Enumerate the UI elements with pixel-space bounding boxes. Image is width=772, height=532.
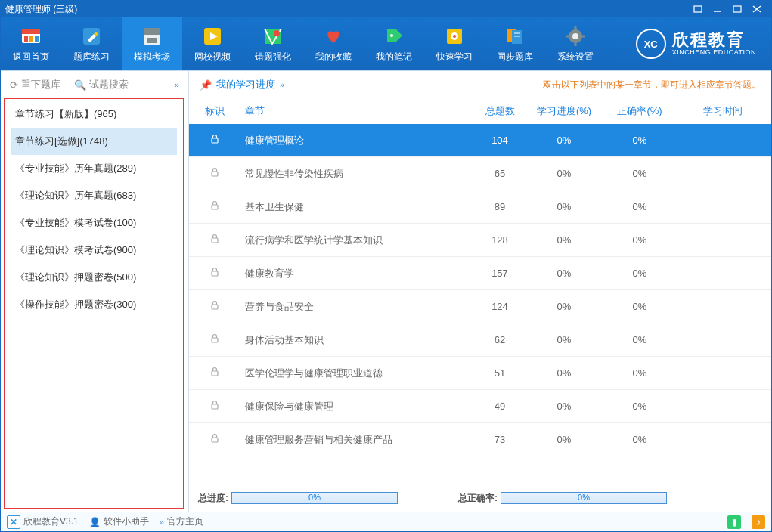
table-row[interactable]: 营养与食品安全1240%0% bbox=[189, 290, 771, 323]
maximize-icon[interactable] bbox=[727, 2, 747, 16]
chapter-name: 健康管理服务营销与相关健康产品 bbox=[237, 433, 473, 447]
left-tools: ⟳ 重下题库 🔍 试题搜索 » bbox=[1, 71, 188, 98]
chevron-right-icon: » bbox=[160, 518, 164, 527]
sidebar-item[interactable]: 《专业技能》模考试卷(100) bbox=[11, 209, 177, 237]
table-row[interactable]: 流行病学和医学统计学基本知识1280%0% bbox=[189, 224, 771, 257]
total-count: 73 bbox=[473, 434, 526, 445]
pencil-icon bbox=[80, 24, 103, 47]
gear-icon bbox=[564, 24, 587, 47]
window-title: 健康管理师 (三级) bbox=[5, 3, 77, 16]
sound-icon[interactable]: ♪ bbox=[752, 515, 765, 529]
col-total: 总题数 bbox=[473, 104, 526, 118]
svg-rect-34 bbox=[212, 205, 218, 209]
svg-rect-2 bbox=[733, 6, 741, 12]
lock-icon bbox=[209, 135, 220, 147]
total-accuracy-label: 总正确率: bbox=[458, 492, 498, 505]
category-sidebar: 章节练习【新版】(965)章节练习[选做](1748)《专业技能》历年真题(28… bbox=[4, 98, 184, 509]
minimize-icon[interactable] bbox=[708, 2, 727, 16]
sidebar-item[interactable]: 《操作技能》押题密卷(300) bbox=[11, 291, 177, 318]
sidebar-item[interactable]: 《理论知识》押题密卷(500) bbox=[11, 264, 177, 291]
nav-mock-exam[interactable]: 模拟考场 bbox=[122, 17, 182, 70]
accuracy-pct: 0% bbox=[602, 168, 677, 179]
progress-pct: 0% bbox=[526, 135, 602, 146]
table-row[interactable]: 基本卫生保健890%0% bbox=[189, 190, 771, 224]
accuracy-pct: 0% bbox=[602, 201, 677, 212]
logo-badge-icon: XC bbox=[636, 29, 666, 59]
accuracy-pct: 0% bbox=[602, 367, 677, 379]
chevron-right-icon: » bbox=[280, 80, 284, 89]
chapter-name: 健康管理概论 bbox=[237, 134, 473, 147]
progress-pct: 0% bbox=[526, 401, 602, 412]
lock-icon bbox=[209, 401, 220, 413]
sidebar-item[interactable]: 《理论知识》历年真题(683) bbox=[11, 182, 177, 209]
col-time: 学习时间 bbox=[677, 104, 768, 118]
table-row[interactable]: 身体活动基本知识620%0% bbox=[189, 323, 771, 357]
col-progress: 学习进度(%) bbox=[526, 104, 602, 118]
accuracy-pct: 0% bbox=[602, 401, 677, 412]
svg-rect-8 bbox=[29, 36, 33, 42]
heart-icon bbox=[322, 24, 345, 47]
progress-pct: 0% bbox=[526, 301, 602, 312]
chapter-name: 常见慢性非传染性疾病 bbox=[237, 167, 473, 181]
nav-home[interactable]: 返回首页 bbox=[1, 17, 61, 70]
search-button[interactable]: 🔍 试题搜索 bbox=[74, 78, 129, 91]
col-accuracy: 正确率(%) bbox=[602, 104, 677, 118]
progress-pct: 0% bbox=[526, 334, 602, 345]
progress-pct: 0% bbox=[526, 201, 602, 212]
nav-settings[interactable]: 系统设置 bbox=[545, 17, 606, 70]
stats-icon[interactable]: ▮ bbox=[727, 515, 741, 529]
book-icon bbox=[504, 24, 526, 47]
chevron-right-icon[interactable]: » bbox=[175, 80, 179, 89]
total-count: 128 bbox=[473, 234, 526, 246]
close-icon[interactable] bbox=[747, 2, 767, 16]
accuracy-pct: 0% bbox=[602, 135, 677, 146]
nav-sync[interactable]: 同步题库 bbox=[485, 17, 545, 70]
accuracy-pct: 0% bbox=[602, 434, 677, 445]
chapter-name: 健康教育学 bbox=[237, 267, 473, 280]
home-icon bbox=[20, 24, 42, 47]
lock-icon bbox=[209, 435, 220, 446]
nav-notes[interactable]: 我的笔记 bbox=[364, 17, 424, 70]
col-chapter: 章节 bbox=[237, 104, 473, 118]
nav-wrong[interactable]: 错题强化 bbox=[243, 17, 303, 70]
sidebar-item[interactable]: 章节练习[选做](1748) bbox=[11, 128, 177, 155]
table-row[interactable]: 健康管理服务营销与相关健康产品730%0% bbox=[189, 423, 771, 456]
svg-rect-9 bbox=[35, 36, 39, 42]
my-progress-button[interactable]: 📌 我的学习进度 » bbox=[200, 78, 284, 91]
table-row[interactable]: 医学伦理学与健康管理职业道德510%0% bbox=[189, 357, 771, 390]
status-brand[interactable]: ✕ 欣程教育V3.1 bbox=[7, 515, 79, 529]
status-helper[interactable]: 👤 软件小助手 bbox=[89, 515, 149, 528]
main-toolbar: 返回首页 题库练习 模拟考场 网校视频 错题强化 我的收藏 我的笔记 快速学习 bbox=[1, 17, 771, 70]
download-icon: ⟳ bbox=[10, 79, 18, 91]
total-count: 49 bbox=[473, 401, 526, 412]
sidebar-item[interactable]: 章节练习【新版】(965) bbox=[11, 101, 177, 128]
nav-video[interactable]: 网校视频 bbox=[182, 17, 243, 70]
total-count: 124 bbox=[473, 301, 526, 312]
nav-favorites[interactable]: 我的收藏 bbox=[303, 17, 364, 70]
table-row[interactable]: 健康管理概论1040%0% bbox=[189, 124, 771, 157]
sidebar-item[interactable]: 《理论知识》模考试卷(900) bbox=[11, 237, 177, 264]
table-row[interactable]: 常见慢性非传染性疾病650%0% bbox=[189, 157, 771, 190]
restore-down-icon[interactable] bbox=[688, 2, 708, 16]
lock-icon bbox=[209, 169, 220, 180]
total-count: 104 bbox=[473, 135, 526, 146]
map-icon bbox=[262, 24, 284, 47]
status-home[interactable]: » 官方主页 bbox=[160, 515, 203, 528]
table-row[interactable]: 健康教育学1570%0% bbox=[189, 257, 771, 290]
redownload-button[interactable]: ⟳ 重下题库 bbox=[10, 78, 60, 91]
accuracy-pct: 0% bbox=[602, 301, 677, 312]
sidebar-item[interactable]: 《专业技能》历年真题(289) bbox=[11, 155, 177, 182]
tip-text: 双击以下列表中的某一章节，即可进入相应章节答题。 bbox=[543, 79, 761, 91]
col-mark: 标识 bbox=[192, 104, 237, 118]
pin-icon: 📌 bbox=[200, 79, 212, 91]
svg-rect-13 bbox=[147, 38, 157, 43]
table-row[interactable]: 健康保险与健康管理490%0% bbox=[189, 390, 771, 423]
svg-rect-40 bbox=[212, 404, 218, 409]
svg-rect-36 bbox=[212, 271, 218, 276]
lock-icon bbox=[209, 335, 220, 346]
total-count: 89 bbox=[473, 201, 526, 212]
svg-rect-6 bbox=[22, 29, 40, 34]
total-progress-bar: 0% bbox=[231, 492, 398, 504]
nav-question-bank[interactable]: 题库练习 bbox=[61, 17, 122, 70]
nav-quick[interactable]: 快速学习 bbox=[424, 17, 485, 70]
